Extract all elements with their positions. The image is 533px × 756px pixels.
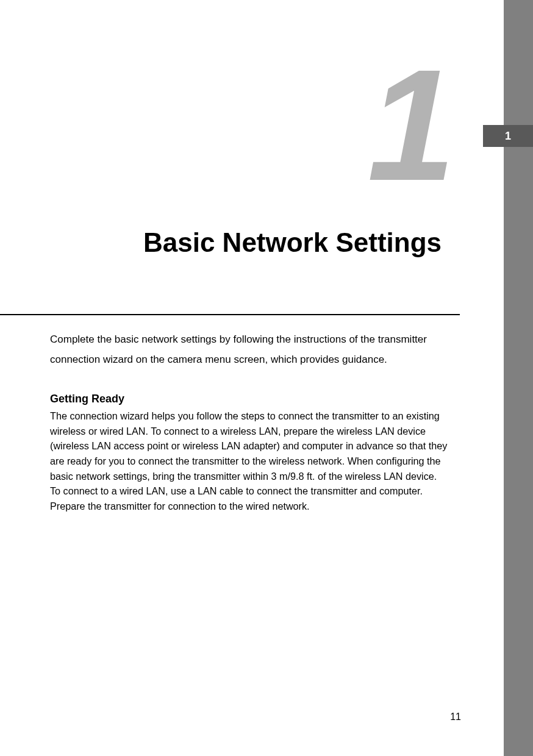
title-rule [0, 314, 460, 315]
page-number: 11 [450, 711, 461, 722]
section-body: The connection wizard helps you follow t… [50, 408, 449, 513]
chapter-tab: 1 [483, 125, 533, 147]
sidebar-strip [504, 0, 533, 756]
chapter-number: 1 [367, 58, 451, 193]
chapter-tab-label: 1 [505, 130, 511, 143]
chapter-title: Basic Network Settings [0, 227, 460, 258]
section-heading: Getting Ready [50, 393, 443, 405]
intro-paragraph: Complete the basic network settings by f… [50, 329, 443, 369]
